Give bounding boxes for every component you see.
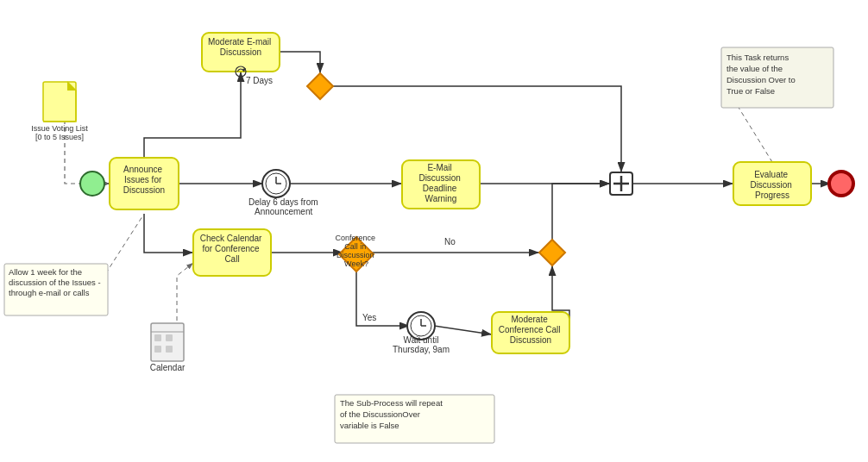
svg-text:No: No	[444, 237, 456, 247]
svg-line-17	[733, 99, 772, 162]
svg-text:Calendar: Calendar	[150, 363, 186, 372]
svg-text:Wait until: Wait until	[404, 335, 439, 345]
svg-rect-46	[166, 346, 173, 353]
svg-text:Delay 6 days from: Delay 6 days from	[248, 197, 318, 207]
start-event	[80, 172, 104, 196]
svg-text:Evaluate
      Discussion
    : Evaluate Discussion Progress	[750, 170, 794, 200]
calendar-doc	[151, 323, 184, 361]
bpmn-diagram: 7 Days Yes No	[0, 0, 868, 462]
svg-text:Yes: Yes	[362, 313, 376, 322]
svg-text:[0 to 5 Issues]: [0 to 5 Issues]	[35, 133, 84, 141]
end-event	[829, 172, 853, 196]
svg-text:Conference
      Call in
     : Conference Call in Discussion Week?	[335, 234, 377, 268]
svg-text:Thursday, 9am: Thursday, 9am	[393, 345, 450, 354]
svg-text:Announce
      Issues for
    : Announce Issues for Discussion	[123, 165, 165, 195]
svg-text:Issue Voting List: Issue Voting List	[31, 124, 88, 133]
svg-rect-44	[166, 334, 173, 341]
svg-rect-45	[154, 346, 161, 353]
no-gateway	[539, 240, 565, 265]
svg-rect-43	[154, 334, 161, 341]
svg-line-12	[434, 326, 492, 334]
seven-days-gateway	[307, 73, 333, 99]
svg-text:7 Days: 7 Days	[246, 76, 273, 85]
bpmn-svg: 7 Days Yes No	[0, 0, 868, 462]
svg-text:Announcement: Announcement	[255, 207, 312, 216]
